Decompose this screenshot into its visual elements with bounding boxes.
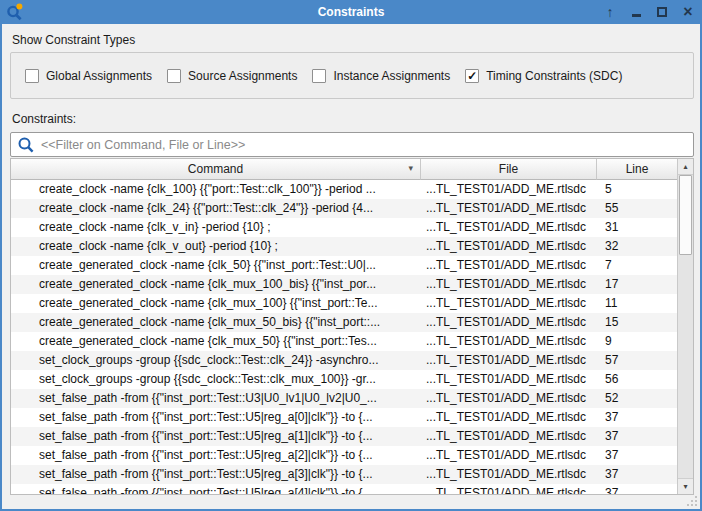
constraints-table-main: Command ▾ File Line create_clock -name {… — [11, 159, 677, 494]
cell-line: 37 — [597, 465, 677, 484]
cell-command: set_false_path -from {{"inst_port::Test:… — [11, 465, 421, 484]
cell-line: 55 — [597, 199, 677, 218]
table-row[interactable]: set_clock_groups -group {{sdc_clock::Tes… — [11, 370, 677, 389]
table-row[interactable]: set_false_path -from {{"inst_port::Test:… — [11, 427, 677, 446]
vertical-scrollbar[interactable]: ▴ ▾ — [677, 159, 693, 494]
cell-command: create_clock -name {clk_24} {{"port::Tes… — [11, 199, 421, 218]
cell-file: ...TL_TEST01/ADD_ME.rtlsdc — [421, 294, 597, 313]
cell-line: 11 — [597, 294, 677, 313]
cell-command: set_false_path -from {{"inst_port::Test:… — [11, 427, 421, 446]
table-row[interactable]: create_generated_clock -name {clk_mux_50… — [11, 313, 677, 332]
filter-input[interactable] — [39, 137, 689, 153]
scroll-up-icon[interactable]: ▴ — [678, 159, 693, 175]
cell-line: 5 — [597, 180, 677, 199]
table-row[interactable]: create_generated_clock -name {clk_mux_10… — [11, 294, 677, 313]
cell-command: create_generated_clock -name {clk_mux_50… — [11, 332, 421, 351]
table-header: Command ▾ File Line — [11, 159, 677, 180]
cell-line: 17 — [597, 275, 677, 294]
table-row[interactable]: set_false_path -from {{"inst_port::Test:… — [11, 389, 677, 408]
cell-file: ...TL_TEST01/ADD_ME.rtlsdc — [421, 180, 597, 199]
cell-file: ...TL_TEST01/ADD_ME.rtlsdc — [421, 465, 597, 484]
shade-button[interactable]: ↑ — [602, 4, 618, 20]
cell-file: ...TL_TEST01/ADD_ME.rtlsdc — [421, 351, 597, 370]
cell-command: create_clock -name {clk_v_in} -period {1… — [11, 218, 421, 237]
table-row[interactable]: create_clock -name {clk_v_out} -period {… — [11, 237, 677, 256]
cell-command: set_false_path -from {{"inst_port::Test:… — [11, 389, 421, 408]
maximize-button[interactable] — [654, 4, 670, 20]
cell-file: ...TL_TEST01/ADD_ME.rtlsdc — [421, 427, 597, 446]
table-row[interactable]: set_false_path -from {{"inst_port::Test:… — [11, 465, 677, 484]
cell-line: 32 — [597, 237, 677, 256]
cell-line: 57 — [597, 351, 677, 370]
constraints-dialog: Constraints ↑ × Show Constraint Types Gl… — [0, 0, 702, 511]
table-row[interactable]: set_false_path -from {{"inst_port::Test:… — [11, 446, 677, 465]
cell-file: ...TL_TEST01/ADD_ME.rtlsdc — [421, 332, 597, 351]
constraints-table-body: create_clock -name {clk_100} {{"port::Te… — [11, 180, 677, 494]
cell-line: 37 — [597, 427, 677, 446]
cell-command: set_false_path -from {{"inst_port::Test:… — [11, 484, 421, 494]
column-header-file[interactable]: File — [421, 159, 597, 180]
scroll-down-icon[interactable]: ▾ — [678, 478, 693, 494]
checkbox-box-icon — [312, 69, 326, 83]
cell-file: ...TL_TEST01/ADD_ME.rtlsdc — [421, 484, 597, 494]
cell-file: ...TL_TEST01/ADD_ME.rtlsdc — [421, 237, 597, 256]
checkbox-box-icon — [25, 69, 39, 83]
filter-bar — [10, 132, 694, 157]
checkbox-global-assignments[interactable]: Global Assignments — [25, 69, 152, 83]
constraint-types-groupbox: Global Assignments Source Assignments In… — [10, 52, 694, 99]
checkbox-instance-assignments[interactable]: Instance Assignments — [312, 69, 450, 83]
cell-line: 56 — [597, 370, 677, 389]
cell-line: 37 — [597, 446, 677, 465]
scrollbar-thumb[interactable] — [679, 175, 692, 255]
table-row[interactable]: create_clock -name {clk_v_in} -period {1… — [11, 218, 677, 237]
cell-file: ...TL_TEST01/ADD_ME.rtlsdc — [421, 218, 597, 237]
sort-descending-icon: ▾ — [408, 164, 413, 173]
table-row[interactable]: create_clock -name {clk_24} {{"port::Tes… — [11, 199, 677, 218]
column-header-line[interactable]: Line — [597, 159, 677, 180]
constraints-label: Constraints: — [12, 112, 76, 126]
cell-command: set_false_path -from {{"inst_port::Test:… — [11, 408, 421, 427]
table-row[interactable]: create_generated_clock -name {clk_50} {{… — [11, 256, 677, 275]
checkbox-box-icon — [167, 69, 181, 83]
cell-file: ...TL_TEST01/ADD_ME.rtlsdc — [421, 256, 597, 275]
cell-command: set_clock_groups -group {{sdc_clock::Tes… — [11, 370, 421, 389]
cell-file: ...TL_TEST01/ADD_ME.rtlsdc — [421, 370, 597, 389]
cell-line: 9 — [597, 332, 677, 351]
show-constraint-types-label: Show Constraint Types — [12, 33, 135, 47]
cell-line: 37 — [597, 484, 677, 494]
minimize-button[interactable] — [628, 4, 644, 20]
table-row[interactable]: set_clock_groups -group {{sdc_clock::Tes… — [11, 351, 677, 370]
close-button[interactable]: × — [680, 4, 696, 20]
cell-line: 7 — [597, 256, 677, 275]
cell-file: ...TL_TEST01/ADD_ME.rtlsdc — [421, 446, 597, 465]
cell-line: 31 — [597, 218, 677, 237]
maximize-icon — [657, 7, 667, 17]
checkbox-timing-constraints-sdc[interactable]: ✓ Timing Constraints (SDC) — [465, 69, 622, 83]
column-header-command[interactable]: Command ▾ — [11, 159, 421, 180]
checkbox-box-icon: ✓ — [465, 69, 479, 83]
resize-grip[interactable] — [687, 496, 697, 506]
cell-file: ...TL_TEST01/ADD_ME.rtlsdc — [421, 199, 597, 218]
scrollbar-track[interactable] — [678, 175, 693, 478]
checkbox-source-assignments[interactable]: Source Assignments — [167, 69, 297, 83]
cell-command: create_clock -name {clk_v_out} -period {… — [11, 237, 421, 256]
window-title: Constraints — [0, 5, 702, 19]
table-row[interactable]: create_generated_clock -name {clk_mux_10… — [11, 275, 677, 294]
cell-command: set_clock_groups -group {{sdc_clock::Tes… — [11, 351, 421, 370]
cell-file: ...TL_TEST01/ADD_ME.rtlsdc — [421, 408, 597, 427]
cell-command: create_generated_clock -name {clk_mux_10… — [11, 275, 421, 294]
search-icon — [17, 136, 35, 154]
cell-command: create_generated_clock -name {clk_mux_10… — [11, 294, 421, 313]
cell-command: create_generated_clock -name {clk_mux_50… — [11, 313, 421, 332]
table-row[interactable]: set_false_path -from {{"inst_port::Test:… — [11, 408, 677, 427]
checkbox-label: Source Assignments — [188, 69, 297, 83]
cell-command: create_clock -name {clk_100} {{"port::Te… — [11, 180, 421, 199]
cell-line: 37 — [597, 408, 677, 427]
table-row[interactable]: create_clock -name {clk_100} {{"port::Te… — [11, 180, 677, 199]
minimize-icon — [632, 14, 641, 17]
table-row[interactable]: set_false_path -from {{"inst_port::Test:… — [11, 484, 677, 494]
checkbox-label: Timing Constraints (SDC) — [486, 69, 622, 83]
titlebar[interactable]: Constraints ↑ × — [0, 0, 702, 24]
checkbox-label: Global Assignments — [46, 69, 152, 83]
table-row[interactable]: create_generated_clock -name {clk_mux_50… — [11, 332, 677, 351]
